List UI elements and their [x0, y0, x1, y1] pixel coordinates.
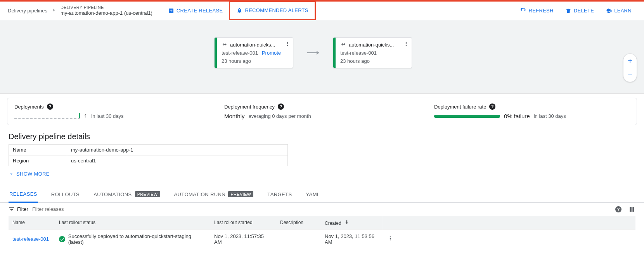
- graduation-cap-icon: [606, 8, 612, 14]
- create-release-button[interactable]: CREATE RELEASE: [163, 5, 228, 17]
- tab-label: AUTOMATIONS: [93, 191, 132, 197]
- delete-label: DELETE: [574, 8, 594, 14]
- col-actions: [383, 216, 635, 229]
- trash-icon: [565, 8, 571, 14]
- zoom-in-button[interactable]: +: [623, 54, 637, 68]
- tab-label: RELEASES: [9, 191, 37, 197]
- details-value: my-automation-demo-app-1: [67, 145, 288, 155]
- breadcrumb: Delivery pipelines DELIVERY PIPELINE my-…: [8, 5, 152, 16]
- rollout-status-text: Successfully deployed to automation-quic…: [68, 233, 206, 245]
- failure-period: in last 30 days: [534, 113, 566, 119]
- tab-targets[interactable]: TARGETS: [267, 187, 293, 202]
- learn-label: LEARN: [614, 8, 632, 14]
- stage-release-name: test-release-001: [340, 50, 377, 56]
- frequency-value: Monthly: [224, 113, 245, 119]
- success-check-icon: [59, 236, 65, 242]
- stage-row: automation-quicks... test-release-001 Pr…: [214, 37, 412, 68]
- col-created[interactable]: Created: [321, 216, 383, 229]
- refresh-icon: [520, 8, 526, 14]
- filter-bar: Filter ?: [0, 203, 644, 216]
- columns-icon[interactable]: [628, 206, 635, 213]
- metrics-panel: Deployments ? 1 in last 30 days Deployme…: [7, 98, 637, 125]
- col-started[interactable]: Last rollout started: [210, 216, 276, 229]
- deployments-sparkline: [14, 114, 80, 119]
- rollout-created-text: Nov 1, 2023, 11:53:56 AM: [321, 229, 383, 249]
- chevron-down-icon: [9, 171, 14, 177]
- recommended-alerts-button[interactable]: RECOMMENDED ALERTS: [232, 4, 313, 17]
- zoom-controls: + −: [623, 53, 637, 82]
- tab-label: TARGETS: [267, 191, 292, 197]
- metric-frequency: Deployment frequency ? Monthly averaging…: [217, 103, 427, 119]
- tab-yaml[interactable]: YAML: [305, 187, 321, 202]
- stage-timestamp: 23 hours ago: [340, 58, 408, 64]
- header-actions-left: CREATE RELEASE RECOMMENDED ALERTS: [163, 2, 316, 20]
- arrow-down-icon: [344, 219, 350, 225]
- failure-value: 0% failure: [504, 113, 530, 119]
- tab-automations[interactable]: AUTOMATIONSPREVIEW: [93, 186, 161, 202]
- details-heading: Delivery pipeline details: [9, 132, 635, 141]
- help-icon[interactable]: ?: [489, 103, 495, 110]
- metric-title: Deployment failure rate: [434, 104, 486, 110]
- col-created-label: Created: [325, 221, 341, 226]
- metric-title: Deployments: [14, 104, 44, 110]
- stage-card-0[interactable]: automation-quicks... test-release-001 Pr…: [214, 37, 293, 68]
- col-status[interactable]: Last rollout status: [55, 216, 210, 229]
- stage-timestamp: 23 hours ago: [222, 58, 289, 64]
- deployments-count: 1: [84, 113, 87, 119]
- stage-title: automation-quicks...: [349, 42, 408, 48]
- tab-label: AUTOMATION RUNS: [174, 191, 225, 197]
- details-value: us-central1: [67, 155, 288, 166]
- preview-badge: PREVIEW: [228, 191, 253, 197]
- bell-add-icon: [236, 7, 242, 14]
- release-name-link[interactable]: test-release-001: [12, 236, 49, 242]
- promote-link[interactable]: Promote: [262, 50, 281, 56]
- breadcrumb-root-link[interactable]: Delivery pipelines: [8, 8, 47, 14]
- stage-arrow-icon: [307, 52, 319, 53]
- more-vert-icon: [403, 41, 409, 47]
- metric-failure: Deployment failure rate ? 0% failure in …: [427, 103, 637, 119]
- stage-menu-button[interactable]: [284, 41, 291, 48]
- learn-button[interactable]: LEARN: [601, 5, 636, 17]
- help-icon[interactable]: ?: [278, 103, 284, 110]
- frequency-sub: averaging 0 days per month: [249, 113, 311, 119]
- details-row: Region us-central1: [9, 155, 288, 166]
- metric-deployments: Deployments ? 1 in last 30 days: [7, 103, 217, 119]
- stage-menu-button[interactable]: [403, 41, 409, 48]
- tab-automation-runs[interactable]: AUTOMATION RUNSPREVIEW: [173, 186, 254, 202]
- stage-card-1[interactable]: automation-quicks... test-release-001 23…: [333, 37, 412, 68]
- stage-title: automation-quicks...: [230, 42, 289, 48]
- tab-label: YAML: [306, 191, 320, 197]
- recommended-alerts-label: RECOMMENDED ALERTS: [245, 7, 308, 13]
- tab-label: ROLLOUTS: [51, 191, 80, 197]
- filter-text: Filter: [17, 206, 28, 212]
- details-table: Name my-automation-demo-app-1 Region us-…: [9, 144, 288, 166]
- zoom-out-button[interactable]: −: [623, 68, 637, 82]
- details-key: Name: [9, 145, 67, 155]
- help-icon[interactable]: ?: [615, 206, 621, 212]
- recommended-alerts-highlight: RECOMMENDED ALERTS: [229, 1, 315, 20]
- filter-icon: [9, 206, 15, 212]
- pipeline-canvas[interactable]: automation-quicks... test-release-001 Pr…: [0, 20, 644, 94]
- failure-bar: [434, 115, 500, 118]
- rollout-started-text: Nov 1, 2023, 11:57:35 AM: [210, 229, 276, 249]
- show-more-button[interactable]: SHOW MORE: [9, 171, 50, 177]
- refresh-button[interactable]: REFRESH: [516, 5, 558, 17]
- deployments-period: in last 30 days: [91, 113, 123, 119]
- details-key: Region: [9, 155, 67, 166]
- tab-rollouts[interactable]: ROLLOUTS: [50, 187, 80, 202]
- col-description[interactable]: Description: [276, 216, 321, 229]
- target-icon: [340, 41, 346, 48]
- header-toolbar: Delivery pipelines DELIVERY PIPELINE my-…: [0, 2, 644, 20]
- header-actions-right: REFRESH DELETE LEARN: [516, 5, 636, 17]
- filter-input[interactable]: [32, 206, 611, 212]
- tabs-bar: RELEASES ROLLOUTS AUTOMATIONSPREVIEW AUT…: [0, 186, 644, 203]
- add-box-icon: [168, 8, 174, 14]
- tab-releases[interactable]: RELEASES: [9, 186, 38, 203]
- col-name[interactable]: Name: [9, 216, 55, 229]
- delete-button[interactable]: DELETE: [561, 5, 599, 17]
- row-menu-button[interactable]: [387, 235, 393, 241]
- breadcrumb-label: DELIVERY PIPELINE: [61, 5, 152, 10]
- breadcrumb-current: DELIVERY PIPELINE my-automation-demo-app…: [61, 5, 152, 16]
- help-icon[interactable]: ?: [47, 103, 53, 110]
- filter-label: Filter: [9, 206, 28, 212]
